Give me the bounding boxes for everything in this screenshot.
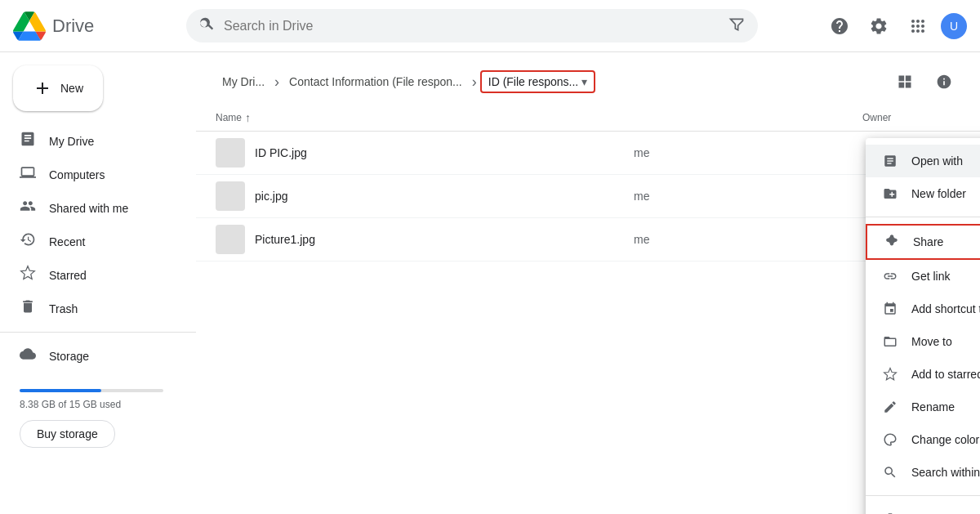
sidebar-item-label: Computers <box>49 168 105 181</box>
sidebar-item-recent[interactable]: Recent <box>0 225 183 258</box>
breadcrumb-my-drive[interactable]: My Dri... <box>216 72 271 92</box>
sidebar-item-my-drive[interactable]: My Drive <box>0 124 183 158</box>
color-icon <box>882 431 898 448</box>
new-folder-icon <box>882 185 898 202</box>
storage-bar-fill <box>20 389 101 392</box>
menu-divider <box>866 495 980 496</box>
column-name[interactable]: Name ↑ <box>216 111 862 124</box>
new-button[interactable]: New <box>13 65 103 111</box>
sort-icon: ↑ <box>245 111 251 124</box>
file-owner: me <box>634 190 732 203</box>
menu-label: Rename <box>911 400 980 413</box>
info-button[interactable] <box>928 65 960 98</box>
file-name: Picture1.jpg <box>255 233 634 246</box>
menu-item-open-with[interactable]: Open with › <box>866 145 980 177</box>
search-input[interactable] <box>224 19 720 34</box>
menu-item-share[interactable]: Share <box>866 224 980 260</box>
menu-item-add-shortcut[interactable]: Add shortcut to Drive <box>866 293 980 325</box>
file-thumbnail <box>216 138 245 168</box>
filter-icon[interactable] <box>728 16 745 35</box>
breadcrumb-current[interactable]: ID (File respons... ▾ <box>480 70 595 93</box>
breadcrumb-dropdown-icon: ▾ <box>581 75 587 88</box>
buy-storage-button[interactable]: Buy storage <box>20 420 115 448</box>
drive-logo-icon <box>13 10 46 42</box>
download-icon <box>882 511 898 514</box>
menu-label: Move to <box>911 335 980 348</box>
menu-item-search-within[interactable]: Search within ID (File responses) <box>866 456 980 489</box>
context-menu: Open with › New folder Share <box>866 138 980 514</box>
breadcrumb-separator-2: › <box>472 74 477 91</box>
trash-icon <box>20 298 36 319</box>
search-within-icon <box>882 464 898 480</box>
menu-item-add-starred[interactable]: Add to starred <box>866 358 980 391</box>
user-avatar[interactable]: U <box>941 13 967 39</box>
file-name: ID PIC.jpg <box>255 146 634 159</box>
menu-label: Share <box>913 235 980 248</box>
menu-item-get-link[interactable]: Get link <box>866 260 980 293</box>
plus-icon <box>33 78 52 98</box>
menu-label: Open with <box>911 154 980 168</box>
share-icon <box>884 234 900 250</box>
header-icons: U <box>823 10 967 42</box>
sidebar-item-starred[interactable]: Starred <box>0 258 183 292</box>
sidebar: New My Drive Computers Shared with me Re… <box>0 52 196 514</box>
search-bar[interactable] <box>186 9 758 42</box>
main-layout: New My Drive Computers Shared with me Re… <box>0 52 980 514</box>
menu-item-new-folder[interactable]: New folder <box>866 177 980 210</box>
sidebar-item-label: Trash <box>49 302 78 315</box>
grid-view-button[interactable] <box>889 65 921 98</box>
breadcrumb-current-label: ID (File respons... <box>488 75 578 88</box>
table-row[interactable]: ID PIC.jpg me ⋮ <box>196 132 980 175</box>
sidebar-item-storage[interactable]: Storage <box>0 339 183 373</box>
breadcrumb-separator-1: › <box>274 74 279 91</box>
apps-button[interactable] <box>902 10 934 42</box>
table-row[interactable]: pic.jpg me ⋮ <box>196 175 980 218</box>
main-content: My Dri... › Contact Information (File re… <box>196 52 980 514</box>
sidebar-divider <box>0 332 196 333</box>
shortcut-icon <box>882 301 898 317</box>
storage-icon <box>20 346 36 366</box>
app-title: Drive <box>52 16 94 37</box>
sidebar-item-label: Storage <box>49 350 89 363</box>
rename-icon <box>882 399 898 415</box>
header: Drive U <box>0 0 980 52</box>
star-icon <box>882 366 898 382</box>
file-list-header: Name ↑ Owner <box>196 105 980 132</box>
sidebar-item-shared[interactable]: Shared with me <box>0 191 183 225</box>
menu-item-download[interactable]: Download <box>866 503 980 514</box>
sidebar-item-computers[interactable]: Computers <box>0 158 183 191</box>
computers-icon <box>20 164 36 185</box>
file-thumbnail <box>216 225 245 254</box>
help-button[interactable] <box>823 10 856 42</box>
menu-item-move-to[interactable]: Move to <box>866 325 980 358</box>
settings-button[interactable] <box>862 10 895 42</box>
recent-icon <box>20 231 36 252</box>
sidebar-item-label: Recent <box>49 235 85 248</box>
storage-bar-bg <box>20 389 163 392</box>
storage-section: 8.38 GB of 15 GB used Buy storage <box>0 373 196 458</box>
column-owner: Owner <box>862 112 960 123</box>
menu-label: Change color <box>911 433 980 446</box>
file-thumbnail <box>216 181 245 211</box>
menu-label: Get link <box>911 270 980 283</box>
starred-icon <box>20 265 36 285</box>
move-icon <box>882 333 898 350</box>
table-row[interactable]: Picture1.jpg me ⋮ <box>196 218 980 261</box>
menu-divider <box>866 217 980 217</box>
menu-label: Add to starred <box>911 368 980 381</box>
storage-text: 8.38 GB of 15 GB used <box>20 399 176 410</box>
file-name: pic.jpg <box>255 190 634 203</box>
file-owner: me <box>634 233 732 246</box>
shared-icon <box>20 198 36 218</box>
link-icon <box>882 268 898 284</box>
breadcrumb: My Dri... › Contact Information (File re… <box>196 52 980 105</box>
my-drive-icon <box>20 131 36 151</box>
menu-label: Add shortcut to Drive <box>911 302 980 315</box>
breadcrumb-contact-info[interactable]: Contact Information (File respon... <box>283 72 469 92</box>
menu-label: New folder <box>911 187 980 200</box>
sidebar-item-label: Shared with me <box>49 202 128 215</box>
logo: Drive <box>13 10 176 42</box>
sidebar-item-trash[interactable]: Trash <box>0 292 183 325</box>
menu-item-change-color[interactable]: Change color › <box>866 423 980 456</box>
menu-item-rename[interactable]: Rename <box>866 391 980 423</box>
